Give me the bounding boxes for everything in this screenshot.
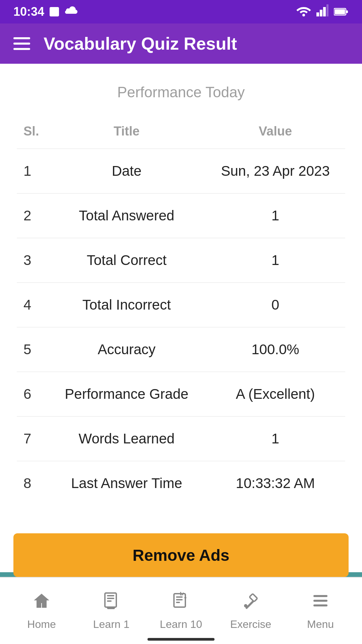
bottom-nav: Home Learn 1 Learn 10 [0,577,362,644]
table-row: 2Total Answered1 [17,194,345,238]
cell-sl: 7 [17,417,48,461]
cell-title: Performance Grade [48,372,205,417]
signal-icon [316,4,328,19]
svg-rect-6 [335,9,345,14]
svg-rect-20 [313,595,327,597]
svg-rect-2 [320,10,322,16]
nav-label-learn10: Learn 10 [160,618,202,631]
svg-rect-15 [176,599,183,600]
svg-rect-3 [323,7,326,16]
nav-item-exercise[interactable]: Exercise [216,591,286,631]
nav-item-home[interactable]: Home [7,591,76,631]
svg-point-19 [244,604,247,607]
cloud-icon [64,5,79,19]
menu-icon [311,591,330,615]
cell-value: A (Excellent) [205,372,345,417]
performance-table: Sl. Title Value 1DateSun, 23 Apr 20232To… [17,117,345,505]
nav-item-learn10[interactable]: Learn 10 [146,591,216,631]
cell-value: 0 [205,283,345,327]
notification-icon [50,7,59,16]
cell-title: Accuracy [48,327,205,372]
cell-title: Words Learned [48,417,205,461]
nav-label-home: Home [27,618,56,631]
cell-sl: 8 [17,461,48,506]
table-header-row: Sl. Title Value [17,117,345,149]
svg-rect-9 [107,595,114,596]
cell-sl: 3 [17,238,48,283]
cell-value: Sun, 23 Apr 2023 [205,149,345,194]
cell-value: 100.0% [205,327,345,372]
col-header-sl: Sl. [17,117,48,149]
ad-banner[interactable]: Remove Ads [13,533,349,577]
svg-rect-7 [346,10,348,13]
table-row: 7Words Learned1 [17,417,345,461]
svg-point-0 [302,14,305,16]
cell-value: 1 [205,238,345,283]
status-time: 10:34 [13,5,44,19]
exercise-icon [241,591,260,615]
hamburger-menu-button[interactable] [13,37,30,50]
svg-rect-16 [176,602,180,603]
learn10-icon [171,591,191,615]
cell-sl: 6 [17,372,48,417]
table-row: 8Last Answer Time10:33:32 AM [17,461,345,506]
svg-rect-4 [326,4,328,16]
table-row: 1DateSun, 23 Apr 2023 [17,149,345,194]
cell-sl: 4 [17,283,48,327]
app-bar: Vocabulary Quiz Result [0,23,362,64]
svg-rect-21 [313,600,327,602]
table-row: 5Accuracy100.0% [17,327,345,372]
page-title: Vocabulary Quiz Result [44,34,237,54]
cell-sl: 2 [17,194,48,238]
cell-title: Total Incorrect [48,283,205,327]
nav-item-learn1[interactable]: Learn 1 [76,591,146,631]
section-title: Performance Today [17,84,345,101]
learn1-icon [102,591,121,615]
svg-rect-10 [107,598,114,599]
svg-rect-11 [107,600,112,602]
cell-value: 1 [205,417,345,461]
cell-title: Date [48,149,205,194]
cell-title: Last Answer Time [48,461,205,506]
main-content: Performance Today Sl. Title Value 1DateS… [0,64,362,577]
status-bar: 10:34 [0,0,362,23]
cell-value: 1 [205,194,345,238]
battery-icon [334,5,349,19]
wifi-icon [296,4,311,19]
svg-rect-1 [316,12,319,16]
table-row: 6Performance GradeA (Excellent) [17,372,345,417]
status-bar-left: 10:34 [13,5,79,19]
svg-point-13 [184,597,186,599]
nav-label-exercise: Exercise [230,618,272,631]
nav-label-learn1: Learn 1 [93,618,130,631]
ad-banner-text: Remove Ads [133,546,230,565]
nav-item-menu[interactable]: Menu [286,591,355,631]
cell-sl: 1 [17,149,48,194]
status-bar-right [296,4,349,19]
table-row: 4Total Incorrect0 [17,283,345,327]
cell-value: 10:33:32 AM [205,461,345,506]
cell-title: Total Answered [48,194,205,238]
table-row: 3Total Correct1 [17,238,345,283]
nav-label-menu: Menu [307,618,334,631]
svg-rect-14 [176,596,183,598]
col-header-value: Value [205,117,345,149]
svg-rect-18 [249,594,257,602]
home-icon [32,591,51,615]
svg-rect-22 [313,604,327,606]
cell-sl: 5 [17,327,48,372]
cell-title: Total Correct [48,238,205,283]
col-header-title: Title [48,117,205,149]
home-indicator [147,638,215,641]
